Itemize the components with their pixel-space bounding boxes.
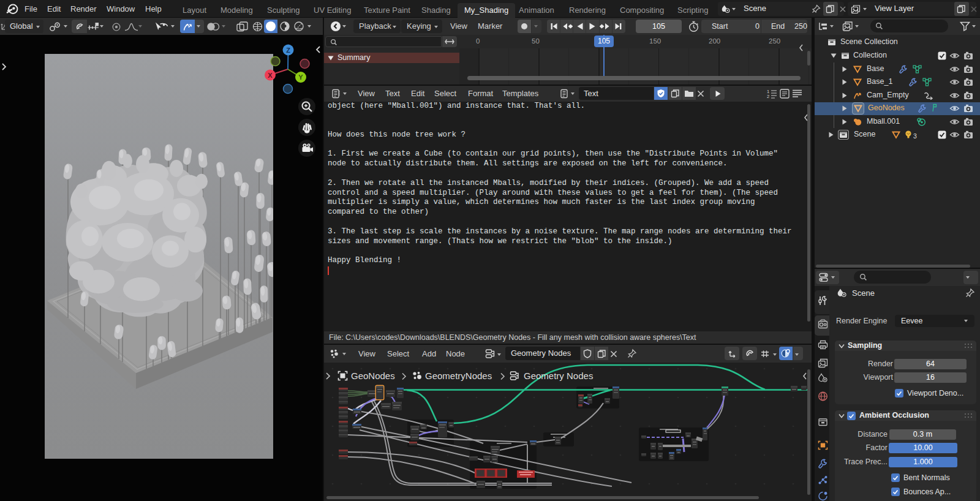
svg-text:X: X — [268, 72, 273, 79]
svg-text:Y: Y — [298, 73, 303, 81]
svg-text:Z: Z — [286, 47, 290, 54]
svg-text:2: 2 — [767, 94, 769, 99]
